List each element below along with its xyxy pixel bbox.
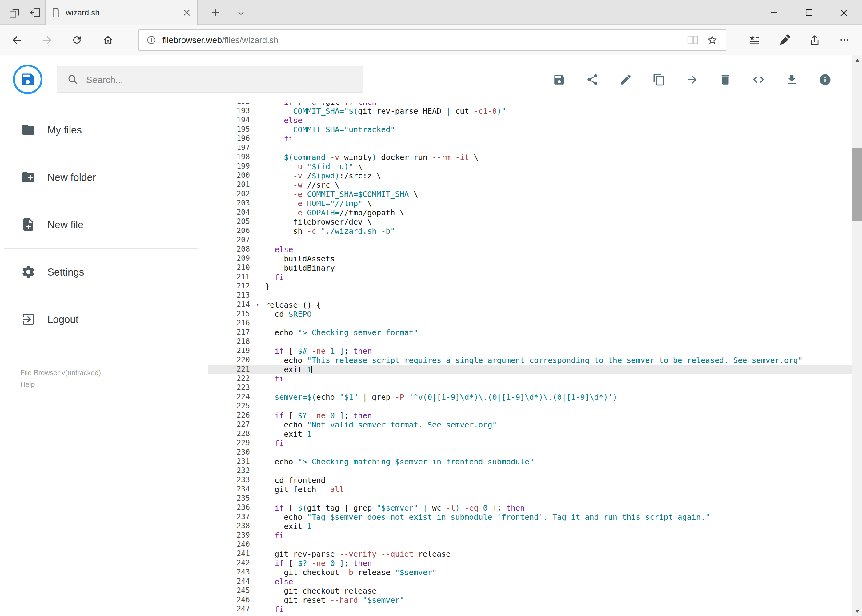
- window-maximize-button[interactable]: [791, 1, 826, 25]
- code-line[interactable]: 213: [208, 291, 851, 300]
- scrollbar-thumb[interactable]: [852, 148, 862, 222]
- move-button[interactable]: [686, 73, 698, 86]
- code-line[interactable]: 247 fi: [208, 605, 851, 614]
- code-line[interactable]: 235: [208, 494, 851, 503]
- code-line[interactable]: 212}: [208, 282, 851, 291]
- code-line[interactable]: 219 if [ $# -ne 1 ]; then: [208, 346, 851, 355]
- code-line[interactable]: 199 -u "$(id -u)" \: [208, 162, 851, 171]
- back-button[interactable]: [2, 25, 31, 55]
- home-button[interactable]: [93, 25, 122, 55]
- copy-button[interactable]: [652, 73, 665, 86]
- download-button[interactable]: [785, 73, 798, 86]
- code-line[interactable]: 202 -e COMMIT_SHA=$COMMIT_SHA \: [208, 189, 851, 199]
- fold-arrow-icon[interactable]: [250, 300, 265, 310]
- code-line[interactable]: 223: [208, 383, 851, 393]
- new-tab-button[interactable]: [208, 5, 223, 20]
- code-line[interactable]: 207: [208, 236, 851, 245]
- tabs-you-set-aside-button[interactable]: [7, 6, 21, 19]
- info-button[interactable]: [819, 73, 832, 86]
- code-line[interactable]: 246 git reset --hard "$semver": [208, 596, 851, 605]
- scrollbar-up-arrow[interactable]: [852, 55, 862, 66]
- search-box[interactable]: [57, 66, 363, 93]
- code-line[interactable]: 197: [208, 143, 851, 152]
- code-line[interactable]: 209 buildAssets: [208, 254, 851, 263]
- code-line[interactable]: 228 exit 1: [208, 429, 851, 438]
- site-info-icon[interactable]: [147, 35, 156, 45]
- code-line[interactable]: 201 -w //src \: [208, 180, 851, 189]
- code-line[interactable]: 242 if [ $? -ne 0 ]; then: [208, 558, 851, 568]
- code-line[interactable]: 224 semver=$(echo "$1" | grep -P '^v(0|[…: [208, 393, 851, 402]
- code-line[interactable]: 237 echo "Tag $semver does not exist in …: [208, 512, 851, 522]
- code-line[interactable]: 203 -e HOME="//tmp" \: [208, 199, 851, 208]
- save-button[interactable]: [553, 73, 566, 86]
- code-line[interactable]: 236 if [ $(git tag | grep "$semver" | wc…: [208, 503, 851, 512]
- code-line[interactable]: 206 sh -c "./wizard.sh -b": [208, 226, 851, 236]
- tab-close-icon[interactable]: [182, 8, 191, 17]
- code-line[interactable]: 217 echo "> Checking semver format": [208, 328, 851, 337]
- sidebar-item-new-file[interactable]: New file: [0, 207, 203, 242]
- more-options-button[interactable]: [830, 25, 859, 55]
- code-line[interactable]: 216: [208, 319, 851, 328]
- code-line[interactable]: 230: [208, 448, 851, 457]
- code-line[interactable]: 231 echo "> Checking matching $semver in…: [208, 457, 851, 466]
- favorite-star-icon[interactable]: [707, 35, 718, 46]
- code-line[interactable]: 238 exit 1: [208, 522, 851, 531]
- code-line[interactable]: 232: [208, 466, 851, 475]
- code-view-button[interactable]: [752, 73, 765, 86]
- code-line[interactable]: 205 filebrowser/dev \: [208, 217, 851, 226]
- favorites-hub-button[interactable]: [740, 25, 768, 55]
- code-line[interactable]: 240: [208, 540, 851, 549]
- help-link[interactable]: Help: [20, 379, 101, 391]
- window-minimize-button[interactable]: [756, 1, 791, 25]
- code-line[interactable]: 227 echo "Not valid semver format. See s…: [208, 420, 851, 429]
- code-line[interactable]: 243 git checkout -b release "$semver": [208, 568, 851, 577]
- code-line[interactable]: 211 fi: [208, 272, 851, 282]
- search-input[interactable]: [86, 74, 362, 85]
- rename-button[interactable]: [619, 73, 632, 86]
- sidebar-item-new-folder[interactable]: New folder: [0, 160, 203, 194]
- address-bar[interactable]: filebrowser.web/files/wizard.sh: [139, 29, 726, 51]
- set-tabs-aside-button[interactable]: [28, 6, 42, 19]
- code-line[interactable]: 245 git checkout release: [208, 586, 851, 596]
- code-line[interactable]: 196 fi: [208, 134, 851, 143]
- code-line[interactable]: 200 -v /$(pwd):/src:z \: [208, 171, 851, 180]
- code-line[interactable]: 194 else: [208, 116, 851, 125]
- window-close-button[interactable]: [826, 1, 861, 25]
- browser-tab[interactable]: wizard.sh: [45, 0, 198, 25]
- code-line[interactable]: 244 else: [208, 577, 851, 586]
- code-line[interactable]: 192 if [ -d .git ]; then: [208, 103, 851, 107]
- code-editor[interactable]: 192 if [ -d .git ]; then193 COMMIT_SHA="…: [208, 103, 851, 616]
- code-line[interactable]: 210 buildBinary: [208, 263, 851, 272]
- tab-list-chevron-button[interactable]: [235, 7, 246, 19]
- sidebar-item-logout[interactable]: Logout: [0, 302, 203, 336]
- code-line[interactable]: 198 $(command -v winpty) docker run --rm…: [208, 152, 851, 162]
- code-line[interactable]: 204 -e GOPATH=//tmp/gopath \: [208, 208, 851, 217]
- share-file-button[interactable]: [586, 73, 599, 86]
- code-line[interactable]: 193 COMMIT_SHA="$(git rev-parse HEAD | c…: [208, 107, 851, 116]
- code-line[interactable]: 214release () {: [208, 300, 851, 310]
- delete-button[interactable]: [719, 73, 732, 86]
- reading-view-icon[interactable]: [687, 35, 698, 45]
- sidebar-item-settings[interactable]: Settings: [0, 255, 203, 289]
- code-line[interactable]: 226 if [ $? -ne 0 ]; then: [208, 411, 851, 420]
- web-notes-button[interactable]: [770, 25, 798, 55]
- code-line[interactable]: 215 cd $REPO: [208, 310, 851, 319]
- page-scrollbar[interactable]: [851, 55, 862, 616]
- code-line[interactable]: 221 exit 1: [208, 365, 851, 374]
- code-line[interactable]: 239 fi: [208, 531, 851, 540]
- scrollbar-down-arrow[interactable]: [852, 605, 862, 616]
- code-line[interactable]: 225: [208, 402, 851, 411]
- refresh-button[interactable]: [63, 25, 91, 55]
- code-line[interactable]: 229 fi: [208, 438, 851, 448]
- code-line[interactable]: 233 cd frontend: [208, 475, 851, 485]
- code-line[interactable]: 195 COMMIT_SHA="untracked": [208, 125, 851, 134]
- code-line[interactable]: 220 echo "This release script requires a…: [208, 355, 851, 365]
- url-text[interactable]: filebrowser.web/files/wizard.sh: [162, 35, 687, 45]
- code-line[interactable]: 222 fi: [208, 374, 851, 383]
- code-line[interactable]: 241 git rev-parse --verify --quiet relea…: [208, 549, 851, 558]
- sidebar-item-my-files[interactable]: My files: [0, 113, 203, 147]
- code-line[interactable]: 208 else: [208, 245, 851, 254]
- code-line[interactable]: 234 git fetch --all: [208, 485, 851, 494]
- share-page-button[interactable]: [800, 25, 829, 55]
- code-line[interactable]: 218: [208, 337, 851, 346]
